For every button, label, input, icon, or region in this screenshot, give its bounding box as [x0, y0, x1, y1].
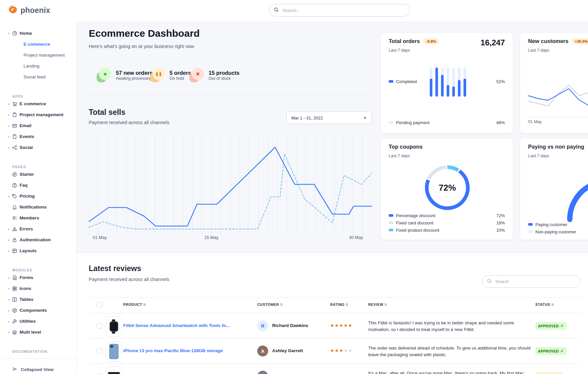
- sidebar-item-starter[interactable]: Starter: [0, 169, 76, 180]
- sidebar-item-project-management[interactable]: ▸Project management: [0, 109, 76, 120]
- total-orders-card: Total orders -6.8% 16,247 Last 7 days Co…: [380, 32, 513, 133]
- sidebar-item-components[interactable]: ▸Components: [0, 305, 76, 316]
- column-header-product[interactable]: PRODUCT⇅: [123, 303, 146, 306]
- total-sells-subtitle: Payment received across all channels: [89, 120, 169, 125]
- sidebar-item-email[interactable]: ▸Email: [0, 120, 76, 131]
- sidebar-item-pricing[interactable]: ▸Pricing: [0, 191, 76, 202]
- chevron-down-icon: ▼: [363, 116, 367, 120]
- stat-value: 5 orders: [170, 70, 191, 76]
- avatar: R: [257, 320, 268, 331]
- check-icon: ✓: [561, 349, 564, 353]
- card-period: Last 7 days: [528, 48, 549, 53]
- legend-fixed-card-discount: Fixed card discount 18%: [389, 219, 505, 226]
- latest-reviews-subtitle: Payment received across all channels: [89, 277, 169, 282]
- legend-percentage-discount: Percentage discount 72%: [389, 212, 505, 219]
- page-subtitle: Here's what's going on at your business …: [89, 44, 194, 49]
- column-header-rating[interactable]: RATING⇅: [330, 303, 349, 306]
- sidebar-item-layouts[interactable]: ▸Layouts: [0, 245, 76, 256]
- rating-stars: ★★★★★: [330, 323, 353, 328]
- sidebar-nav: ▾HomeE commerceProject managementLanding…: [0, 21, 76, 353]
- sidebar-item-project-management[interactable]: Project management: [0, 50, 76, 61]
- legend-fixed-product-discount: Fixed product discount 10%: [389, 226, 505, 234]
- sort-icon: ⇅: [280, 303, 283, 306]
- sidebar-item-home[interactable]: ▾Home: [0, 28, 76, 39]
- sidebar-item-utilities[interactable]: ▸Utilities: [0, 316, 76, 327]
- caret-icon: ▸: [7, 309, 11, 312]
- date-range-select[interactable]: Mar 1 - 31, 2022 ▼: [286, 112, 372, 124]
- search-input[interactable]: [282, 8, 405, 13]
- caret-icon: ▸: [7, 298, 11, 301]
- stat-new-orders: ★ 57 new orders Awating processing: [97, 68, 153, 82]
- sidebar-item-social[interactable]: ▸Social: [0, 142, 76, 153]
- warning-icon: [12, 226, 17, 232]
- sidebar-section-heading: MODULES: [0, 262, 76, 272]
- review-text: This Fitbit is fantastic! I was trying t…: [368, 320, 535, 333]
- column-header-status[interactable]: STATUS⇅: [535, 303, 554, 306]
- sidebar-item-errors[interactable]: ▸Errors: [0, 223, 76, 234]
- wrench-icon: [12, 319, 17, 324]
- mini-axis: [528, 117, 588, 117]
- product-image[interactable]: [106, 316, 122, 337]
- mail-icon: [12, 123, 17, 128]
- sidebar-item-e-commerce[interactable]: ▸E commerce: [0, 98, 76, 109]
- sidebar-item-events[interactable]: ▸Events: [0, 131, 76, 142]
- sidebar-item-landing[interactable]: Landing: [0, 61, 76, 71]
- caret-icon: ▸: [7, 320, 11, 323]
- phoenix-dashboard-page: { "topbar": { "brand": "phoenix", "searc…: [0, 0, 588, 374]
- sort-icon: ⇅: [384, 303, 387, 306]
- stat-label: Out of stock: [209, 76, 240, 81]
- card-title: New customers: [528, 38, 568, 44]
- compass-icon: [12, 172, 17, 177]
- reviews-search: [482, 275, 580, 288]
- search-icon: [487, 279, 492, 285]
- bell-icon: [12, 205, 17, 210]
- sidebar-item-faq[interactable]: Faq: [0, 180, 76, 191]
- caret-icon: ▸: [7, 195, 11, 198]
- sidebar-item-tables[interactable]: ▸Tables: [0, 294, 76, 305]
- column-header-review[interactable]: REVIEW⇅: [368, 303, 387, 306]
- sidebar-item-e-commerce[interactable]: E commerce: [0, 39, 76, 50]
- sidebar-item-social-feed[interactable]: Social feed: [0, 71, 76, 82]
- table-row: Apple iPad Pro 12.9-inch M1 Wi-Fi 256GB …: [89, 364, 580, 374]
- pause-icon: ❚❚: [150, 68, 165, 82]
- sidebar-item-multi-level[interactable]: ▸Multi level: [0, 327, 76, 338]
- phoenix-flame-icon: [8, 5, 18, 16]
- sidebar-item-authentication[interactable]: ▸Authentication: [0, 234, 76, 245]
- row-checkbox[interactable]: [97, 348, 102, 354]
- customer-name: Ashley Garrett: [272, 348, 303, 353]
- review-text: It's a Mac, after all. Once you've gone …: [368, 370, 535, 374]
- product-image[interactable]: [106, 341, 122, 362]
- table-row: iPhone 13 pro max-Pacific Blue-128GB sto…: [89, 339, 580, 364]
- sort-icon: ⇅: [346, 303, 349, 306]
- sidebar-item-members[interactable]: Members: [0, 212, 76, 223]
- caret-icon: ▸: [7, 331, 11, 334]
- latest-reviews-title: Latest reviews: [89, 264, 141, 273]
- stat-out-of-stock: ✕ 15 products Out of stock: [189, 68, 240, 82]
- caret-icon: ▸: [7, 124, 11, 127]
- trend-badge: +26.5%: [572, 38, 588, 44]
- pie-icon: [12, 31, 17, 36]
- reviews-search-input[interactable]: [495, 279, 575, 284]
- paying-gauge-chart: [520, 138, 588, 231]
- layers-icon: [12, 330, 17, 335]
- column-header-customer[interactable]: CUSTOMER⇅: [257, 303, 283, 306]
- product-image[interactable]: [106, 366, 122, 374]
- box-icon: [12, 308, 17, 313]
- sidebar-item-notifications[interactable]: Notifications: [0, 202, 76, 212]
- avatar: W: [257, 371, 268, 374]
- sidebar-item-forms[interactable]: ▸Forms: [0, 272, 76, 283]
- row-checkbox[interactable]: [97, 323, 102, 329]
- reviews-table-header: PRODUCT⇅ CUSTOMER⇅ RATING⇅ REVIEW⇅ STATU…: [89, 298, 580, 313]
- brand-logo[interactable]: phoenix: [8, 5, 50, 16]
- collapse-view-button[interactable]: Collapsed View: [0, 365, 76, 374]
- tag-icon: [12, 194, 17, 199]
- caret-icon: ▾: [7, 32, 11, 35]
- columns-icon: [12, 297, 17, 302]
- product-link[interactable]: iPhone 13 pro max-Pacific Blue-128GB sto…: [123, 348, 223, 353]
- avatar: A: [257, 346, 268, 356]
- global-search: [269, 4, 410, 17]
- select-all-checkbox[interactable]: [97, 302, 102, 307]
- sidebar-item-icons[interactable]: ▸Icons: [0, 283, 76, 294]
- product-link[interactable]: Fitbit Sense Advanced Smartwatch with To…: [123, 323, 230, 328]
- x-icon: ✕: [189, 68, 204, 82]
